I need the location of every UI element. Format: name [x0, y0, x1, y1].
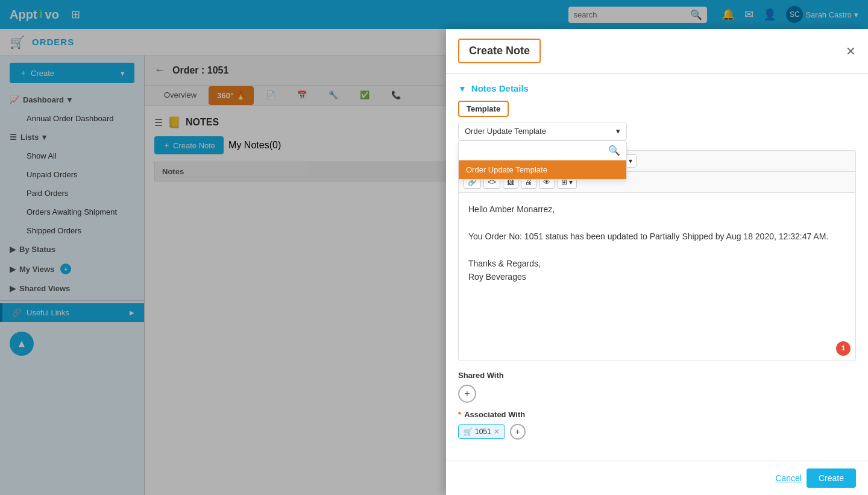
shared-with-label: Shared With [458, 371, 856, 380]
associated-with-section: * Associated With 🛒 1051 ✕ + [458, 410, 856, 440]
shared-with-section: Shared With + [458, 371, 856, 403]
panel-footer: Cancel Create [446, 461, 868, 495]
panel-header: Create Note ✕ [446, 29, 868, 74]
note-editor[interactable]: Hello Amber Monarrez, You Order No: 1051… [458, 192, 856, 361]
cancel-button[interactable]: Cancel [775, 468, 802, 488]
chevron-down-icon: ▾ [616, 127, 620, 136]
associated-with-label: * Associated With [458, 410, 856, 419]
close-button[interactable]: ✕ [846, 44, 856, 58]
tag-value: 1051 [475, 427, 491, 436]
panel-body: ▼ Notes Details Template Order Update Te… [446, 74, 868, 461]
dropdown-search-input[interactable] [465, 146, 605, 155]
required-star: * [458, 410, 461, 419]
char-count-badge: 1 [836, 341, 851, 356]
search-icon: 🔍 [608, 145, 620, 156]
associated-tag: 🛒 1051 ✕ [458, 424, 505, 439]
template-select-button[interactable]: Order Update Template ▾ [458, 122, 627, 140]
template-label: Template [458, 101, 509, 117]
editor-line-4: Roy Beverages [468, 270, 846, 283]
editor-line-2: You Order No: 1051 status has been updat… [468, 230, 846, 243]
editor-line-3: Thanks & Regards, [468, 257, 846, 270]
section-collapse: ▼ Notes Details [458, 83, 856, 93]
tag-remove-button[interactable]: ✕ [494, 427, 500, 436]
tag-icon: 🛒 [464, 427, 473, 436]
add-shared-button[interactable]: + [458, 385, 476, 403]
collapse-icon[interactable]: ▼ [458, 84, 467, 93]
template-selected-value: Order Update Template [465, 127, 546, 136]
template-select: Order Update Template ▾ 🔍 Order Update T… [458, 122, 856, 140]
panel-title: Create Note [458, 39, 541, 63]
create-final-button[interactable]: Create [807, 468, 856, 488]
section-title: Notes Details [471, 83, 529, 93]
template-dropdown: 🔍 Order Update Template [458, 140, 627, 180]
create-note-panel: Create Note ✕ ▼ Notes Details Template O… [446, 29, 868, 495]
template-field-group: Template Order Update Template ▾ 🔍 Order… [458, 101, 856, 140]
add-associated-button[interactable]: + [510, 424, 526, 440]
editor-line-1: Hello Amber Monarrez, [468, 203, 846, 216]
dropdown-item-order-update[interactable]: Order Update Template [459, 160, 626, 179]
dropdown-search: 🔍 [459, 141, 626, 160]
